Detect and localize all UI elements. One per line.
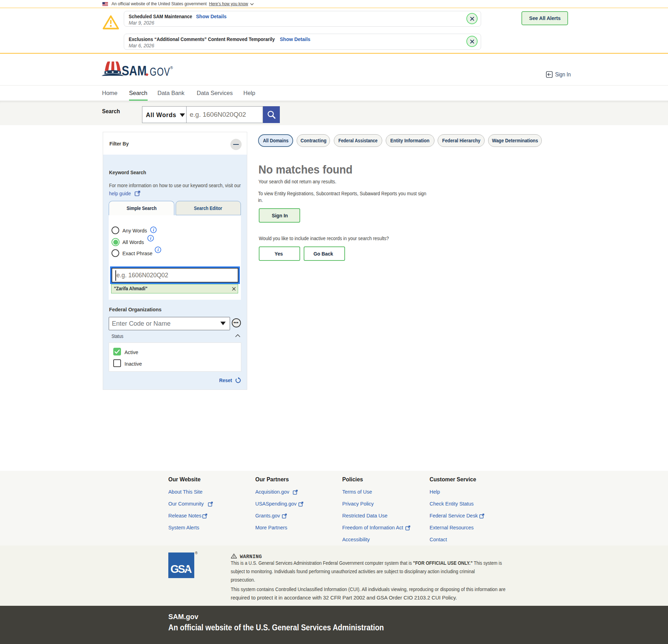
svg-text:i: i bbox=[150, 236, 151, 241]
svg-text:SAM: SAM bbox=[122, 63, 147, 79]
svg-text:GOV: GOV bbox=[150, 65, 170, 78]
svg-text:i: i bbox=[153, 228, 154, 232]
svg-text:GSA: GSA bbox=[170, 563, 192, 575]
svg-text:®: ® bbox=[170, 66, 173, 70]
svg-text:i: i bbox=[157, 248, 159, 252]
